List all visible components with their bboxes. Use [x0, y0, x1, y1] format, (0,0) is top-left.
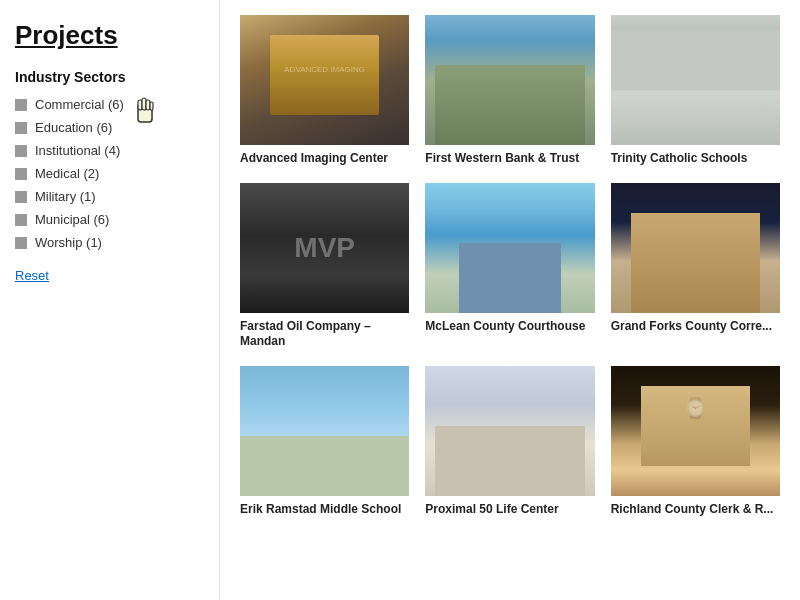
filter-item-wrapper: Municipal (6)	[15, 212, 204, 227]
project-card[interactable]: Erik Ramstad Middle School	[240, 366, 409, 518]
project-thumbnail	[240, 15, 409, 145]
filter-item-municipal[interactable]: Municipal (6)	[15, 212, 204, 227]
project-title: Grand Forks County Corre...	[611, 319, 780, 335]
filter-item-commercial[interactable]: Commercial (6)	[15, 97, 204, 112]
filter-item-wrapper: Military (1)	[15, 189, 204, 204]
filter-label-education: Education (6)	[35, 120, 112, 135]
filter-checkbox-education[interactable]	[15, 122, 27, 134]
project-thumbnail	[240, 183, 409, 313]
project-grid: Advanced Imaging CenterFirst Western Ban…	[240, 15, 780, 517]
project-thumbnail	[425, 366, 594, 496]
project-card[interactable]: Proximal 50 Life Center	[425, 366, 594, 518]
filter-checkbox-worship[interactable]	[15, 237, 27, 249]
project-title: Richland County Clerk & R...	[611, 502, 780, 518]
filter-label-commercial: Commercial (6)	[35, 97, 124, 112]
filter-checkbox-military[interactable]	[15, 191, 27, 203]
filter-label-institutional: Institutional (4)	[35, 143, 120, 158]
filter-label-military: Military (1)	[35, 189, 96, 204]
page-container: Projects Industry Sectors Commercial (6)…	[0, 0, 800, 600]
filter-checkbox-commercial[interactable]	[15, 99, 27, 111]
sidebar: Projects Industry Sectors Commercial (6)…	[0, 0, 220, 600]
filter-list: Commercial (6) Education (6)Institutiona…	[15, 97, 204, 250]
filter-checkbox-medical[interactable]	[15, 168, 27, 180]
project-card[interactable]: Grand Forks County Corre...	[611, 183, 780, 350]
project-thumbnail	[240, 366, 409, 496]
filter-item-wrapper: Education (6)	[15, 120, 204, 135]
project-title: Erik Ramstad Middle School	[240, 502, 409, 518]
project-card[interactable]: Farstad Oil Company – Mandan	[240, 183, 409, 350]
filter-item-education[interactable]: Education (6)	[15, 120, 204, 135]
project-title: McLean County Courthouse	[425, 319, 594, 335]
sidebar-section-title: Industry Sectors	[15, 69, 204, 85]
project-title: Farstad Oil Company – Mandan	[240, 319, 409, 350]
project-title: First Western Bank & Trust	[425, 151, 594, 167]
project-title: Advanced Imaging Center	[240, 151, 409, 167]
project-card[interactable]: First Western Bank & Trust	[425, 15, 594, 167]
reset-link[interactable]: Reset	[15, 268, 49, 283]
project-card[interactable]: Trinity Catholic Schools	[611, 15, 780, 167]
project-title: Proximal 50 Life Center	[425, 502, 594, 518]
filter-item-wrapper: Worship (1)	[15, 235, 204, 250]
project-card[interactable]: McLean County Courthouse	[425, 183, 594, 350]
project-thumbnail	[611, 183, 780, 313]
filter-item-wrapper: Commercial (6)	[15, 97, 204, 112]
page-title: Projects	[15, 20, 204, 51]
project-card[interactable]: Richland County Clerk & R...	[611, 366, 780, 518]
main-content: Advanced Imaging CenterFirst Western Ban…	[220, 0, 800, 600]
filter-checkbox-municipal[interactable]	[15, 214, 27, 226]
filter-item-medical[interactable]: Medical (2)	[15, 166, 204, 181]
filter-label-municipal: Municipal (6)	[35, 212, 109, 227]
filter-item-institutional[interactable]: Institutional (4)	[15, 143, 204, 158]
filter-item-wrapper: Institutional (4)	[15, 143, 204, 158]
filter-label-medical: Medical (2)	[35, 166, 99, 181]
project-thumbnail	[425, 15, 594, 145]
project-thumbnail	[425, 183, 594, 313]
project-thumbnail	[611, 15, 780, 145]
project-thumbnail	[611, 366, 780, 496]
filter-checkbox-institutional[interactable]	[15, 145, 27, 157]
filter-item-worship[interactable]: Worship (1)	[15, 235, 204, 250]
filter-label-worship: Worship (1)	[35, 235, 102, 250]
filter-item-wrapper: Medical (2)	[15, 166, 204, 181]
filter-item-military[interactable]: Military (1)	[15, 189, 204, 204]
project-card[interactable]: Advanced Imaging Center	[240, 15, 409, 167]
project-title: Trinity Catholic Schools	[611, 151, 780, 167]
